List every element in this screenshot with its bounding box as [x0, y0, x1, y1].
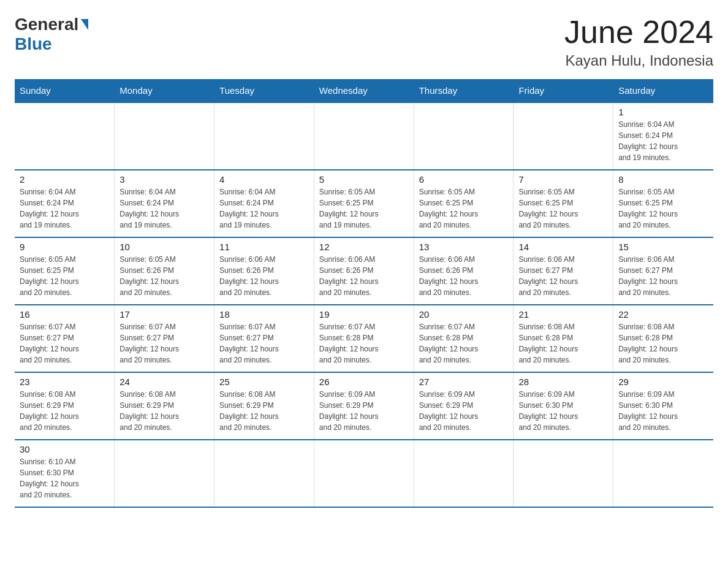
logo-arrow-icon — [81, 19, 88, 30]
day-info: Sunrise: 6:08 AMSunset: 6:29 PMDaylight:… — [119, 389, 209, 433]
table-row: 30Sunrise: 6:10 AMSunset: 6:30 PMDayligh… — [15, 440, 115, 507]
table-row: 1Sunrise: 6:04 AMSunset: 6:24 PMDaylight… — [613, 102, 713, 170]
table-row — [414, 440, 514, 507]
title-block: June 2024 Kayan Hulu, Indonesia — [564, 15, 713, 69]
day-info: Sunrise: 6:05 AMSunset: 6:25 PMDaylight:… — [319, 186, 409, 231]
table-row: 24Sunrise: 6:08 AMSunset: 6:29 PMDayligh… — [115, 372, 214, 440]
day-info: Sunrise: 6:04 AMSunset: 6:24 PMDaylight:… — [618, 119, 708, 163]
table-row: 27Sunrise: 6:09 AMSunset: 6:29 PMDayligh… — [414, 372, 514, 440]
table-row: 7Sunrise: 6:05 AMSunset: 6:25 PMDaylight… — [514, 170, 613, 237]
day-info: Sunrise: 6:05 AMSunset: 6:25 PMDaylight:… — [618, 186, 708, 231]
day-number: 3 — [119, 174, 209, 185]
day-number: 15 — [618, 242, 708, 252]
day-number: 9 — [20, 242, 109, 252]
day-number: 26 — [319, 377, 409, 387]
table-row: 21Sunrise: 6:08 AMSunset: 6:28 PMDayligh… — [514, 305, 613, 372]
table-row: 3Sunrise: 6:04 AMSunset: 6:24 PMDaylight… — [115, 170, 214, 237]
day-info: Sunrise: 6:05 AMSunset: 6:25 PMDaylight:… — [518, 186, 608, 231]
day-number: 13 — [419, 242, 509, 252]
day-number: 10 — [119, 242, 209, 252]
table-row: 4Sunrise: 6:04 AMSunset: 6:24 PMDaylight… — [214, 170, 314, 237]
table-row: 6Sunrise: 6:05 AMSunset: 6:25 PMDaylight… — [414, 170, 514, 237]
day-number: 7 — [518, 174, 608, 185]
table-row: 11Sunrise: 6:06 AMSunset: 6:26 PMDayligh… — [214, 237, 314, 305]
table-row: 12Sunrise: 6:06 AMSunset: 6:26 PMDayligh… — [314, 237, 414, 305]
day-info: Sunrise: 6:06 AMSunset: 6:26 PMDaylight:… — [319, 254, 409, 298]
day-info: Sunrise: 6:08 AMSunset: 6:29 PMDaylight:… — [219, 389, 309, 433]
table-row: 9Sunrise: 6:05 AMSunset: 6:25 PMDaylight… — [15, 237, 115, 305]
table-row: 13Sunrise: 6:06 AMSunset: 6:26 PMDayligh… — [414, 237, 514, 305]
table-row: 25Sunrise: 6:08 AMSunset: 6:29 PMDayligh… — [214, 372, 314, 440]
table-row — [115, 440, 214, 507]
day-number: 18 — [219, 309, 309, 320]
day-info: Sunrise: 6:08 AMSunset: 6:28 PMDaylight:… — [618, 321, 708, 366]
calendar-table: Sunday Monday Tuesday Wednesday Thursday… — [15, 79, 713, 508]
day-number: 20 — [419, 309, 509, 320]
table-row — [314, 440, 414, 507]
day-info: Sunrise: 6:06 AMSunset: 6:27 PMDaylight:… — [618, 254, 708, 298]
page-header: General Blue June 2024 Kayan Hulu, Indon… — [15, 15, 713, 69]
day-number: 22 — [618, 309, 708, 320]
col-monday: Monday — [115, 79, 214, 102]
calendar-subtitle: Kayan Hulu, Indonesia — [564, 52, 713, 69]
day-info: Sunrise: 6:04 AMSunset: 6:24 PMDaylight:… — [219, 186, 309, 231]
table-row: 2Sunrise: 6:04 AMSunset: 6:24 PMDaylight… — [15, 170, 115, 237]
day-info: Sunrise: 6:07 AMSunset: 6:27 PMDaylight:… — [20, 321, 109, 366]
day-info: Sunrise: 6:06 AMSunset: 6:27 PMDaylight:… — [518, 254, 608, 298]
day-info: Sunrise: 6:08 AMSunset: 6:29 PMDaylight:… — [20, 389, 109, 433]
day-info: Sunrise: 6:09 AMSunset: 6:29 PMDaylight:… — [419, 389, 509, 433]
logo-blue-text: Blue — [15, 34, 52, 53]
day-info: Sunrise: 6:07 AMSunset: 6:28 PMDaylight:… — [319, 321, 409, 366]
table-row — [214, 102, 314, 170]
table-row: 23Sunrise: 6:08 AMSunset: 6:29 PMDayligh… — [15, 372, 115, 440]
day-info: Sunrise: 6:05 AMSunset: 6:25 PMDaylight:… — [20, 254, 109, 298]
day-number: 27 — [419, 377, 509, 387]
day-number: 19 — [319, 309, 409, 320]
day-number: 12 — [319, 242, 409, 252]
table-row — [115, 102, 214, 170]
day-number: 11 — [219, 242, 309, 252]
day-info: Sunrise: 6:05 AMSunset: 6:26 PMDaylight:… — [119, 254, 209, 298]
day-number: 23 — [20, 377, 109, 387]
calendar-header-row: Sunday Monday Tuesday Wednesday Thursday… — [15, 79, 713, 102]
table-row — [214, 440, 314, 507]
table-row — [514, 102, 613, 170]
table-row: 14Sunrise: 6:06 AMSunset: 6:27 PMDayligh… — [514, 237, 613, 305]
day-info: Sunrise: 6:09 AMSunset: 6:29 PMDaylight:… — [319, 389, 409, 433]
table-row: 28Sunrise: 6:09 AMSunset: 6:30 PMDayligh… — [514, 372, 613, 440]
col-thursday: Thursday — [414, 79, 514, 102]
day-number: 28 — [518, 377, 608, 387]
day-number: 2 — [20, 174, 109, 185]
table-row — [613, 440, 713, 507]
day-info: Sunrise: 6:06 AMSunset: 6:26 PMDaylight:… — [219, 254, 309, 298]
table-row: 26Sunrise: 6:09 AMSunset: 6:29 PMDayligh… — [314, 372, 414, 440]
col-wednesday: Wednesday — [314, 79, 414, 102]
day-info: Sunrise: 6:06 AMSunset: 6:26 PMDaylight:… — [419, 254, 509, 298]
day-number: 30 — [20, 444, 109, 454]
table-row: 10Sunrise: 6:05 AMSunset: 6:26 PMDayligh… — [115, 237, 214, 305]
table-row: 20Sunrise: 6:07 AMSunset: 6:28 PMDayligh… — [414, 305, 514, 372]
day-info: Sunrise: 6:09 AMSunset: 6:30 PMDaylight:… — [618, 389, 708, 433]
col-sunday: Sunday — [15, 79, 115, 102]
day-info: Sunrise: 6:07 AMSunset: 6:27 PMDaylight:… — [219, 321, 309, 366]
day-number: 8 — [618, 174, 708, 185]
table-row: 19Sunrise: 6:07 AMSunset: 6:28 PMDayligh… — [314, 305, 414, 372]
day-number: 14 — [518, 242, 608, 252]
day-number: 5 — [319, 174, 409, 185]
day-info: Sunrise: 6:04 AMSunset: 6:24 PMDaylight:… — [119, 186, 209, 231]
table-row: 16Sunrise: 6:07 AMSunset: 6:27 PMDayligh… — [15, 305, 115, 372]
col-saturday: Saturday — [613, 79, 713, 102]
day-info: Sunrise: 6:07 AMSunset: 6:28 PMDaylight:… — [419, 321, 509, 366]
day-number: 25 — [219, 377, 309, 387]
day-number: 29 — [618, 377, 708, 387]
day-info: Sunrise: 6:09 AMSunset: 6:30 PMDaylight:… — [518, 389, 608, 433]
day-number: 16 — [20, 309, 109, 320]
day-number: 6 — [419, 174, 509, 185]
table-row: 8Sunrise: 6:05 AMSunset: 6:25 PMDaylight… — [613, 170, 713, 237]
table-row: 22Sunrise: 6:08 AMSunset: 6:28 PMDayligh… — [613, 305, 713, 372]
table-row — [414, 102, 514, 170]
day-number: 1 — [618, 107, 708, 117]
day-number: 4 — [219, 174, 309, 185]
col-friday: Friday — [514, 79, 613, 102]
col-tuesday: Tuesday — [214, 79, 314, 102]
